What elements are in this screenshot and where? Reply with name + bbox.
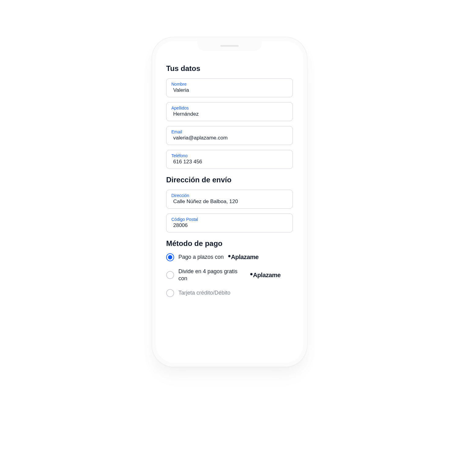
aplazame-logo: •Aplazame [228,254,259,261]
address-field[interactable]: Dirección [166,190,293,209]
surname-label: Apellidos [171,106,288,110]
payment-option-installments[interactable]: Pago a plazos con •Aplazame [166,253,293,261]
phone-frame: Tus datos Nombre Apellidos Email Teléfon… [151,37,308,367]
payment-option-label: Pago a plazos con [178,254,224,261]
email-input[interactable] [171,135,288,141]
address-label: Dirección [171,193,288,198]
phone-input[interactable] [171,159,288,165]
surname-input[interactable] [171,111,288,117]
phone-speaker [220,45,239,47]
phone-notch [197,41,262,51]
email-label: Email [171,129,288,134]
payment-option-content: Divide en 4 pagos gratis con •Aplazame [178,268,293,282]
address-input[interactable] [171,199,288,205]
payment-option-card[interactable]: Tarjeta crédito/Débito [166,289,293,297]
postal-input[interactable] [171,222,288,229]
aplazame-logo: •Aplazame [250,272,281,279]
section-title-payment: Método de pago [166,239,293,248]
section-title-shipping: Dirección de envío [166,176,293,184]
payment-option-content: Tarjeta crédito/Débito [178,289,293,296]
payment-option-label: Tarjeta crédito/Débito [178,289,230,296]
payment-option-label: Divide en 4 pagos gratis con [178,268,246,282]
postal-field[interactable]: Código Postal [166,214,293,232]
surname-field[interactable]: Apellidos [166,102,293,121]
section-title-personal: Tus datos [166,64,293,73]
name-label: Nombre [171,82,288,87]
radio-icon[interactable] [166,289,174,297]
phone-label: Teléfono [171,153,288,158]
postal-label: Código Postal [171,217,288,222]
name-field[interactable]: Nombre [166,78,293,97]
phone-field[interactable]: Teléfono [166,150,293,169]
radio-icon[interactable] [166,271,174,279]
name-input[interactable] [171,87,288,93]
radio-icon[interactable] [166,253,174,261]
payment-option-split4[interactable]: Divide en 4 pagos gratis con •Aplazame [166,268,293,282]
payment-option-content: Pago a plazos con •Aplazame [178,254,293,261]
email-field[interactable]: Email [166,126,293,145]
phone-screen: Tus datos Nombre Apellidos Email Teléfon… [156,41,303,363]
